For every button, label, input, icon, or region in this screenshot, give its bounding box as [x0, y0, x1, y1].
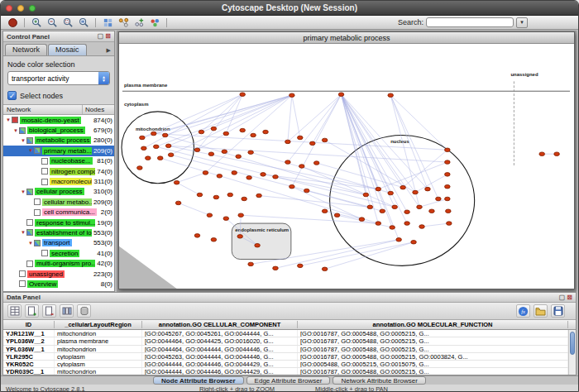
- table-row[interactable]: YLR295Ccytoplasm[GO:0045263, GO:0044444,…: [3, 353, 568, 361]
- zoom-fit-icon[interactable]: [76, 17, 91, 29]
- tree-row[interactable]: unassigned223(0): [3, 269, 114, 279]
- graph-node[interactable]: [445, 160, 451, 165]
- graph-node[interactable]: [429, 209, 435, 213]
- graph-node[interactable]: [194, 148, 200, 152]
- graph-node[interactable]: [298, 264, 304, 268]
- graph-node[interactable]: [445, 184, 451, 189]
- network-canvas[interactable]: plasma membrane cytoplasm mitochondrion …: [119, 44, 574, 289]
- first-neighbors-icon[interactable]: [116, 17, 131, 29]
- graph-node[interactable]: [240, 128, 246, 132]
- tree-row[interactable]: nucleobase...81(0): [3, 156, 114, 166]
- overview-icon[interactable]: [100, 17, 115, 29]
- search-options-button[interactable]: ▾: [516, 17, 528, 28]
- expand-arrow-icon[interactable]: ▼: [20, 189, 26, 194]
- tree-row[interactable]: ▼biological_process679(0): [3, 125, 114, 135]
- graph-node[interactable]: [299, 165, 305, 169]
- graph-node[interactable]: [151, 131, 156, 136]
- tree-row[interactable]: cell communica...2(0): [3, 208, 114, 218]
- tree-row[interactable]: response to stimul...19(0): [3, 218, 114, 227]
- column-header[interactable]: _cellularLayoutRegion: [55, 321, 142, 328]
- graph-node[interactable]: [285, 140, 291, 144]
- graph-node[interactable]: [445, 173, 451, 177]
- tree-row[interactable]: macromolecule...311(0): [3, 176, 114, 186]
- graph-node[interactable]: [290, 93, 295, 98]
- open-folder-icon[interactable]: [534, 304, 548, 318]
- graph-node[interactable]: [162, 133, 168, 137]
- create-attribute-icon[interactable]: [25, 304, 39, 318]
- graph-node[interactable]: [213, 195, 219, 199]
- graph-node[interactable]: [413, 190, 419, 194]
- graph-node[interactable]: [208, 152, 214, 156]
- tab-network-attribute-browser[interactable]: Network Attribute Browser: [333, 376, 425, 385]
- maximize-window-button[interactable]: [29, 5, 36, 12]
- graph-node[interactable]: [322, 267, 328, 271]
- expand-network-icon[interactable]: [132, 17, 146, 29]
- vizmapper-icon[interactable]: [147, 17, 162, 29]
- graph-node[interactable]: [425, 187, 431, 191]
- graph-node[interactable]: [285, 160, 291, 165]
- graph-node[interactable]: [376, 187, 381, 191]
- column-header[interactable]: ID: [3, 321, 55, 328]
- function-builder-icon[interactable]: fx: [516, 304, 530, 318]
- graph-node[interactable]: [255, 243, 261, 247]
- graph-node[interactable]: [273, 175, 279, 179]
- zoom-selected-icon[interactable]: [60, 17, 75, 29]
- select-nodes-checkbox[interactable]: ✓: [7, 91, 17, 100]
- tab-edge-attribute-browser[interactable]: Edge Attribute Browser: [246, 376, 331, 385]
- graph-node[interactable]: [539, 152, 545, 156]
- graph-node[interactable]: [251, 133, 256, 137]
- graph-node[interactable]: [419, 225, 425, 229]
- graph-node[interactable]: [227, 193, 233, 197]
- graph-node[interactable]: [404, 222, 410, 226]
- float-panel-icon[interactable]: ▢: [98, 33, 104, 40]
- graph-node[interactable]: [263, 130, 269, 134]
- tree-row[interactable]: ▼transport553(0): [3, 238, 114, 248]
- graph-node[interactable]: [194, 234, 200, 238]
- graph-node[interactable]: [363, 193, 369, 197]
- tree-row[interactable]: cellular metabo...209(0): [3, 197, 114, 207]
- tree-row[interactable]: secretion41(0): [3, 248, 114, 258]
- tab-node-attribute-browser[interactable]: Node Attribute Browser: [153, 376, 244, 385]
- tree-row[interactable]: multi-organism pro...42(0): [3, 258, 114, 268]
- graph-node[interactable]: [411, 240, 417, 244]
- graph-node[interactable]: [309, 141, 315, 146]
- graph-node[interactable]: [334, 213, 340, 218]
- graph-node[interactable]: [396, 238, 402, 242]
- expand-arrow-icon[interactable]: ▼: [20, 138, 26, 143]
- select-attributes-icon[interactable]: [7, 304, 22, 318]
- graph-node[interactable]: [446, 209, 452, 213]
- graph-node[interactable]: [390, 226, 395, 230]
- graph-node[interactable]: [238, 213, 244, 218]
- graph-node[interactable]: [140, 136, 146, 140]
- graph-node[interactable]: [388, 93, 394, 98]
- delete-attribute-icon[interactable]: [42, 304, 56, 318]
- graph-node[interactable]: [248, 151, 254, 155]
- graph-node[interactable]: [174, 180, 179, 184]
- graph-node[interactable]: [236, 155, 242, 159]
- close-panel-icon[interactable]: ⊠: [567, 294, 572, 301]
- graph-node[interactable]: [223, 217, 229, 221]
- graph-node[interactable]: [359, 218, 365, 222]
- graph-node[interactable]: [338, 93, 344, 97]
- graph-node[interactable]: [211, 127, 217, 131]
- tree-column-nodes[interactable]: Nodes: [83, 106, 114, 113]
- graph-node[interactable]: [400, 185, 406, 189]
- delete-rows-icon[interactable]: [77, 304, 91, 318]
- expand-arrow-icon[interactable]: ▼: [12, 128, 19, 133]
- graph-node[interactable]: [322, 209, 328, 213]
- zoom-out-icon[interactable]: [45, 17, 60, 29]
- graph-node[interactable]: [436, 197, 442, 201]
- graph-node[interactable]: [261, 173, 266, 177]
- network-window-title[interactable]: primary metabolic process: [119, 32, 574, 44]
- close-window-button[interactable]: [6, 5, 12, 12]
- graph-node[interactable]: [304, 189, 309, 193]
- zoom-in-icon[interactable]: [29, 17, 44, 29]
- graph-node[interactable]: [246, 176, 252, 180]
- graph-node[interactable]: [388, 191, 394, 195]
- graph-node[interactable]: [380, 209, 385, 213]
- graph-node[interactable]: [137, 166, 143, 170]
- graph-node[interactable]: [223, 131, 229, 136]
- table-scrollbar[interactable]: [568, 330, 576, 375]
- graph-node[interactable]: [290, 184, 295, 189]
- tree-row[interactable]: ▼establishment of lo...553(0): [3, 227, 114, 237]
